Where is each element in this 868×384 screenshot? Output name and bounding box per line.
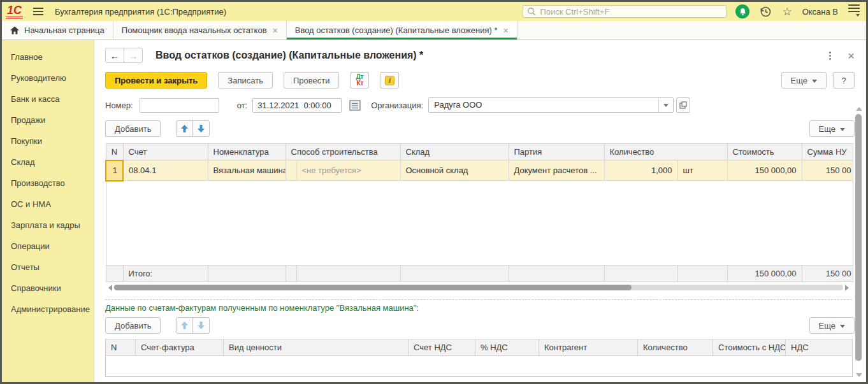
date-field[interactable]: [252, 98, 342, 113]
save-button[interactable]: Записать: [218, 72, 273, 89]
form-content: ← → Ввод остатков (создание) (Капитальны…: [94, 40, 866, 382]
col-warehouse: Склад: [400, 144, 509, 160]
sidebar-item-administrirovanie[interactable]: Администрирование: [2, 299, 94, 320]
invoice-section-caption[interactable]: Данные по счетам-фактурам полученным по …: [105, 303, 866, 313]
open-organization-button[interactable]: [676, 97, 690, 113]
scroll-up-icon[interactable]: [856, 104, 862, 111]
more-button-items-table[interactable]: Еще: [809, 120, 855, 137]
tab-assistant[interactable]: Помощник ввода начальных остатков ×: [113, 21, 287, 39]
open-icon: [679, 101, 687, 109]
home-icon: [10, 26, 19, 34]
cell-cost[interactable]: 150 000,00: [727, 160, 802, 181]
user-menu[interactable]: Оксана В: [802, 7, 838, 17]
scroll-left-icon[interactable]: [105, 285, 112, 291]
cell-amount-nu[interactable]: 150 00: [802, 160, 853, 181]
add-row-button[interactable]: Добавить: [105, 120, 161, 137]
post-button[interactable]: Провести: [284, 72, 340, 89]
totals-row: Итого: 150 000,00 150 00: [106, 266, 853, 282]
dtkt-postings-button[interactable]: Дт Кт: [350, 72, 369, 89]
number-field[interactable]: [140, 98, 219, 113]
forward-button[interactable]: →: [124, 48, 143, 63]
cell-build-method-flag[interactable]: [286, 160, 296, 181]
sidebar-item-prodazhi[interactable]: Продажи: [2, 110, 94, 131]
tab-close-icon[interactable]: ×: [273, 26, 278, 35]
info-button[interactable]: i: [380, 72, 399, 89]
number-label: Номер:: [105, 101, 133, 110]
sections-sidebar: Главное Руководителю Банк и касса Продаж…: [2, 40, 94, 382]
notifications-bell-icon[interactable]: [735, 4, 749, 18]
col-cost-with-vat: Стоимость с НДС: [713, 339, 786, 356]
help-button[interactable]: ?: [833, 72, 855, 89]
calendar-icon[interactable]: [349, 100, 361, 111]
sidebar-item-zarplata[interactable]: Зарплата и кадры: [2, 215, 94, 236]
move-down-button-disabled[interactable]: [192, 317, 210, 334]
col-batch: Партия: [509, 144, 604, 160]
search-input[interactable]: [539, 6, 722, 17]
chevron-down-icon[interactable]: [658, 98, 673, 112]
service-menu-icon[interactable]: [848, 4, 860, 18]
col-vat-account: Счет НДС: [409, 339, 475, 356]
arrow-up-icon: [180, 321, 189, 330]
sidebar-item-rukovoditelyu[interactable]: Руководителю: [2, 68, 94, 89]
scrollbar-thumb[interactable]: [855, 114, 862, 361]
cell-quantity[interactable]: 1,000: [604, 160, 677, 181]
col-cost: Стоимость: [727, 144, 802, 160]
add-invoice-row-button[interactable]: Добавить: [105, 317, 161, 334]
global-search[interactable]: [523, 5, 727, 18]
organization-select[interactable]: Радуга ООО: [428, 97, 674, 113]
vertical-scrollbar[interactable]: [855, 104, 863, 380]
sidebar-item-glavnoe[interactable]: Главное: [2, 46, 94, 68]
scrollbar-thumb[interactable]: [114, 285, 632, 290]
back-button[interactable]: ←: [105, 48, 124, 63]
cell-build-method[interactable]: <не требуется>: [296, 160, 400, 181]
scroll-down-icon[interactable]: [856, 373, 862, 380]
items-table-toolbar: Добавить Еще: [105, 120, 866, 137]
move-down-button[interactable]: [192, 120, 210, 137]
scrollbar-track[interactable]: [114, 285, 843, 290]
tab-current[interactable]: Ввод остатков (создание) (Капитальные вл…: [287, 21, 517, 39]
post-and-close-button[interactable]: Провести и закрыть: [105, 72, 207, 89]
more-actions-kebab-icon[interactable]: [828, 50, 832, 61]
move-up-button-disabled[interactable]: [176, 317, 193, 334]
cell-warehouse[interactable]: Основной склад: [400, 160, 509, 181]
scroll-right-icon[interactable]: [845, 285, 852, 291]
move-up-button[interactable]: [176, 120, 193, 137]
sidebar-item-bank-i-kassa[interactable]: Банк и касса: [2, 89, 94, 110]
tab-close-icon[interactable]: ×: [503, 26, 509, 35]
table-empty-area: [106, 181, 853, 266]
horizontal-scrollbar[interactable]: [105, 283, 852, 292]
more-button-invoice-table[interactable]: Еще: [809, 317, 855, 334]
cell-nomenclature[interactable]: Вязальная машина: [208, 160, 286, 181]
titlebar-icons: ☆ Оксана В: [735, 4, 860, 18]
table-row[interactable]: 1 08.04.1 Вязальная машина <не требуется…: [106, 160, 853, 181]
arrow-down-icon: [197, 321, 205, 330]
form-close-icon[interactable]: ×: [848, 50, 855, 62]
sidebar-item-spravochniki[interactable]: Справочники: [2, 278, 94, 299]
history-icon[interactable]: [760, 6, 772, 18]
sidebar-item-os-i-nma[interactable]: ОС и НМА: [2, 194, 94, 215]
favorites-star-icon[interactable]: ☆: [782, 6, 792, 17]
main-menu-icon[interactable]: [33, 8, 43, 15]
1c-logo: 1С: [6, 4, 23, 18]
search-icon: [527, 7, 536, 16]
cell-account[interactable]: 08.04.1: [123, 160, 208, 181]
items-table-header: N Счет Номенклатура Способ строительства…: [106, 144, 853, 160]
col-amount-nu: Сумма НУ: [802, 144, 853, 160]
sidebar-item-proizvodstvo[interactable]: Производство: [2, 173, 94, 194]
sidebar-item-operacii[interactable]: Операции: [2, 236, 94, 257]
col-n: N: [106, 144, 123, 160]
app-window: 1С Бухгалтерия предприятия (1С:Предприят…: [0, 0, 868, 384]
cell-batch[interactable]: Документ расчетов ...: [509, 160, 604, 181]
chevron-down-icon: [812, 80, 817, 85]
section-splitter[interactable]: [105, 299, 852, 300]
sidebar-item-sklad[interactable]: Склад: [2, 152, 94, 173]
app-body: Главное Руководителю Банк и касса Продаж…: [2, 40, 866, 382]
more-button-form[interactable]: Еще: [781, 72, 827, 89]
cell-unit[interactable]: шт: [677, 160, 727, 181]
sidebar-item-pokupki[interactable]: Покупки: [2, 131, 94, 152]
tab-home-label: Начальная страница: [24, 25, 105, 35]
cell-row-number[interactable]: 1: [106, 160, 123, 181]
sidebar-item-otchety[interactable]: Отчеты: [2, 257, 94, 278]
tab-home[interactable]: Начальная страница: [2, 21, 113, 39]
invoice-table: N Счет-фактура Вид ценности Счет НДС % Н…: [105, 339, 853, 377]
